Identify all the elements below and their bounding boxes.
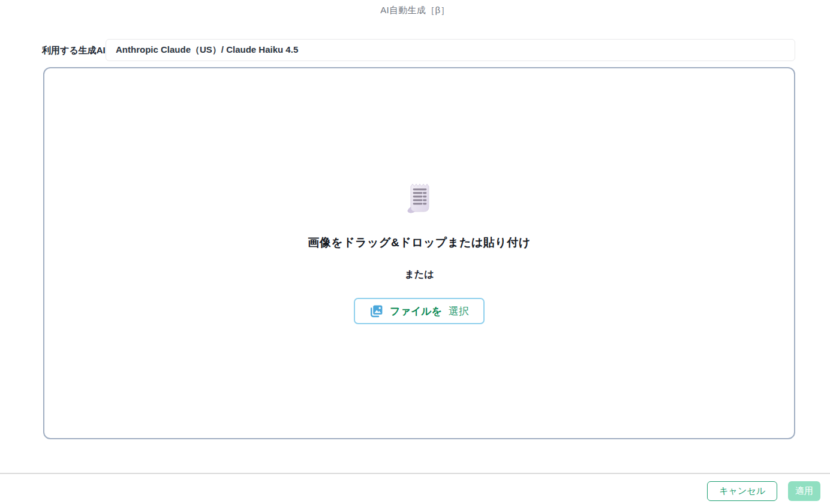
page-title: AI自動生成［β］ [0, 5, 830, 16]
ai-generation-dialog: AI自動生成［β］ 利用する生成AI Anthropic Claude（US）/… [0, 0, 830, 504]
footer-actions: キャンセル 適用 [707, 481, 820, 501]
apply-button[interactable]: 適用 [788, 481, 820, 501]
image-dropzone[interactable]: 画像をドラッグ&ドロップまたは貼り付け または ファイルを選択 [43, 67, 795, 439]
footer-divider [0, 473, 830, 474]
dropzone-heading: 画像をドラッグ&ドロップまたは貼り付け [308, 235, 530, 251]
receipt-icon [405, 182, 433, 215]
model-select[interactable]: Anthropic Claude（US）/ Claude Haiku 4.5 [106, 39, 795, 61]
dropzone-or-text: または [404, 268, 434, 281]
select-file-label-primary: ファイルを [390, 304, 442, 318]
cancel-button[interactable]: キャンセル [707, 481, 777, 501]
model-select-value: Anthropic Claude（US）/ Claude Haiku 4.5 [116, 44, 298, 56]
photo-library-icon [369, 304, 383, 318]
model-select-label: 利用する生成AI [42, 39, 106, 61]
select-file-label-secondary: 選択 [449, 304, 469, 318]
select-file-button[interactable]: ファイルを選択 [354, 298, 485, 324]
